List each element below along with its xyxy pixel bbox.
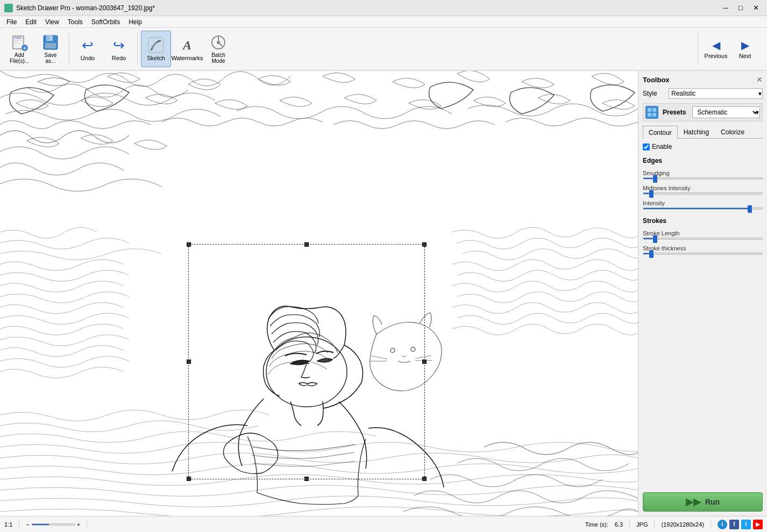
twitter-icon[interactable]: t [741,520,751,529]
zoom-slider-fill [32,524,49,525]
edges-label: Edges [643,157,763,164]
midtones-thumb[interactable] [649,190,654,198]
prev-next-area: ◀ Previous ▶ Next [695,31,763,67]
tab-colorize[interactable]: Colorize [715,126,750,138]
stroke-length-track [643,238,763,240]
undo-button[interactable]: ↩ Undo [73,31,103,67]
stroke-thickness-slider[interactable] [643,253,763,255]
menu-softorbits[interactable]: SoftOrbits [87,17,124,27]
add-files-icon: + [11,34,28,51]
dimensions-value: (1920x1280x24) [661,521,704,528]
menu-edit[interactable]: Edit [21,17,41,27]
stroke-length-slider[interactable] [643,238,763,240]
intensity-track [643,207,763,210]
main-area: Toolbox ✕ Style RealisticPencilCharcoalI… [0,71,767,516]
save-as-button[interactable]: Saveas... [35,31,66,67]
canvas-content [0,71,638,516]
previous-label: Previous [705,53,728,59]
stroke-thickness-thumb[interactable] [649,250,654,258]
undo-label: Undo [81,55,95,61]
tabs-row: Contour Hatching Colorize [643,126,763,139]
intensity-slider[interactable] [643,207,763,210]
sketch-svg [0,71,638,516]
midtones-track [643,192,763,195]
tab-contour[interactable]: Contour [643,126,678,139]
previous-button[interactable]: ◀ Previous [702,31,729,67]
time-value: 6.3 [615,521,623,528]
smudging-fill [643,178,653,179]
toolbox-panel: Toolbox ✕ Style RealisticPencilCharcoalI… [638,71,767,516]
midtones-fill [643,193,649,194]
stroke-length-thumb[interactable] [653,235,657,243]
stroke-length-fill [643,238,653,239]
smudging-slider[interactable] [643,177,763,179]
previous-arrow-icon: ◀ [712,39,720,52]
canvas-area[interactable] [0,71,638,516]
save-as-label: Saveas... [45,52,57,64]
intensity-label: Intensity [643,200,763,206]
menu-help[interactable]: Help [124,17,146,27]
intensity-fill [643,208,750,209]
midtones-slider[interactable] [643,192,763,195]
toolbar-sep-2 [137,33,138,65]
svg-rect-3 [14,42,19,43]
run-button[interactable]: ▶▶ Run [643,492,763,512]
status-sep-3 [629,520,630,529]
batch-mode-button[interactable]: BatchMode [203,31,233,67]
zoom-slider-track[interactable] [32,523,75,526]
youtube-icon[interactable]: ▶ [753,520,763,529]
facebook-icon[interactable]: f [729,520,739,529]
status-sep-4 [654,520,655,529]
menu-file[interactable]: File [2,17,21,27]
enable-label[interactable]: Enable [652,143,672,150]
sketch-button[interactable]: Sketch [141,31,171,67]
time-label: Time (s): [585,521,608,528]
status-sep-2 [87,520,87,529]
watermarks-icon: A [179,37,196,54]
intensity-thumb[interactable] [748,205,752,213]
presets-row: Presets SchematicDefaultFine ArtQuick Sk… [643,103,763,121]
tab-hatching[interactable]: Hatching [678,126,715,138]
zoom-plus-icon[interactable]: + [77,521,80,528]
toolbox-close-button[interactable]: ✕ [756,75,763,84]
smudging-label: Smudging [643,170,763,176]
redo-label: Redo [112,55,126,61]
info-icon[interactable]: i [718,520,727,529]
maximize-button[interactable]: □ [734,3,748,13]
sketch-icon [147,37,165,54]
enable-checkbox[interactable] [643,143,650,150]
menu-view[interactable]: View [41,17,63,27]
presets-select[interactable]: SchematicDefaultFine ArtQuick Sketch [692,106,760,118]
svg-rect-22 [652,108,656,112]
svg-rect-24 [652,113,656,117]
toolbar: + AddFile(s)... Saveas... ↩ Undo ↪ Redo [0,28,767,71]
status-sep-1 [19,520,19,529]
toolbox-title: Toolbox [643,76,670,84]
stroke-thickness-fill [643,253,649,254]
format-value: JPG [636,521,648,528]
toolbar-sep-3 [698,33,698,65]
undo-icon: ↩ [79,37,96,54]
stroke-length-label: Stroke Length [643,230,763,236]
style-select[interactable]: RealisticPencilCharcoalInk [669,88,763,99]
minimize-button[interactable]: ─ [719,3,733,13]
close-button[interactable]: ✕ [749,3,763,13]
redo-button[interactable]: ↪ Redo [104,31,134,67]
window-controls[interactable]: ─ □ ✕ [719,3,763,13]
zoom-minus-icon[interactable]: − [26,521,29,528]
redo-icon: ↪ [110,37,127,54]
watermarks-button[interactable]: A Watermarks [172,31,202,67]
batch-mode-label: BatchMode [211,52,225,64]
next-button[interactable]: ▶ Next [732,31,758,67]
svg-rect-9 [45,43,56,48]
save-icon [42,34,59,51]
zoom-control[interactable]: − + [26,521,80,528]
svg-rect-23 [648,113,651,117]
sketch-label: Sketch [147,55,165,61]
svg-rect-8 [47,37,49,40]
svg-rect-7 [46,35,53,41]
add-files-button[interactable]: + AddFile(s)... [4,31,34,67]
menu-tools[interactable]: Tools [63,17,87,27]
presets-label: Presets [663,109,686,116]
smudging-thumb[interactable] [653,175,657,183]
